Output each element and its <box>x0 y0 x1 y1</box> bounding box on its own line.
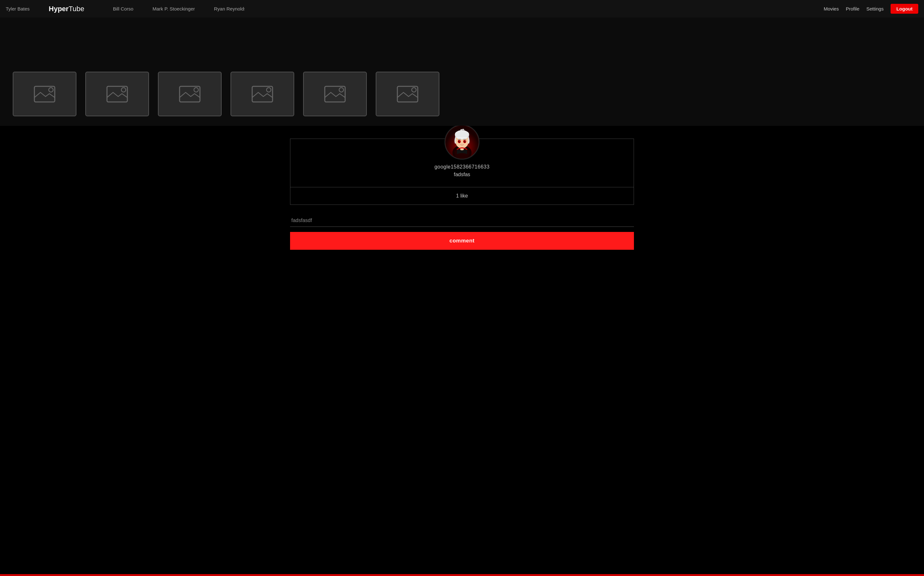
thumbnail-card-5[interactable] <box>303 72 367 116</box>
thumbnail-strip <box>0 72 924 116</box>
image-placeholder-icon-6 <box>396 85 419 103</box>
image-placeholder-icon-1 <box>34 85 56 103</box>
svg-rect-4 <box>180 86 200 102</box>
thumbnail-card-1[interactable] <box>13 72 77 116</box>
logout-button[interactable]: Logout <box>890 4 918 14</box>
svg-rect-2 <box>107 86 128 102</box>
navbar-left: Tyler Bates HyperTube Bill Corso Mark P.… <box>6 5 244 13</box>
nav-logo[interactable]: HyperTube <box>49 5 85 13</box>
thumbnail-card-4[interactable] <box>230 72 294 116</box>
profile-card-footer: 1 like <box>290 187 634 205</box>
svg-rect-0 <box>34 86 55 102</box>
nav-person-mark[interactable]: Mark P. Stoeckinger <box>153 6 195 11</box>
profile-card: google1582366716633 fadsfas 1 like <box>290 139 634 205</box>
nav-link-profile[interactable]: Profile <box>846 6 859 11</box>
thumbnail-card-6[interactable] <box>376 72 439 116</box>
profile-username: google1582366716633 <box>434 164 489 170</box>
comment-section: comment <box>290 214 634 250</box>
image-placeholder-icon-4 <box>251 85 273 103</box>
nav-logo-hyper: Hyper <box>49 5 69 13</box>
image-placeholder-icon-5 <box>324 85 346 103</box>
profile-likes: 1 like <box>456 193 468 198</box>
scrolling-names: Tyler Bates HyperTube Bill Corso Mark P.… <box>6 5 244 13</box>
svg-point-1 <box>49 88 53 92</box>
nav-person-ryan[interactable]: Ryan Reynolds <box>214 6 244 11</box>
svg-point-22 <box>465 141 466 141</box>
comment-input[interactable] <box>290 214 634 227</box>
footer-bar <box>0 574 924 576</box>
navbar: Tyler Bates HyperTube Bill Corso Mark P.… <box>0 0 924 18</box>
svg-point-7 <box>267 88 271 92</box>
image-placeholder-icon-2 <box>106 85 128 103</box>
nav-link-movies[interactable]: Movies <box>824 6 839 11</box>
profile-display-name: fadsfas <box>454 172 470 178</box>
nav-logo-tube: Tube <box>69 5 84 13</box>
navbar-right: Movies Profile Settings Logout <box>824 4 918 14</box>
svg-point-21 <box>460 141 460 141</box>
main-content: google1582366716633 fadsfas 1 like comme… <box>0 126 924 269</box>
svg-rect-6 <box>252 86 273 102</box>
hero-section <box>0 18 924 126</box>
comment-button[interactable]: comment <box>290 232 634 250</box>
svg-point-9 <box>339 88 343 92</box>
thumbnail-card-3[interactable] <box>158 72 222 116</box>
profile-card-top: google1582366716633 fadsfas <box>290 139 634 187</box>
svg-rect-10 <box>397 86 418 102</box>
svg-point-5 <box>194 88 198 92</box>
nav-person-bill-corso[interactable]: Bill Corso <box>113 6 133 11</box>
svg-rect-8 <box>325 86 345 102</box>
svg-point-11 <box>412 88 416 92</box>
avatar-wrapper <box>445 125 479 160</box>
nav-link-settings[interactable]: Settings <box>867 6 884 11</box>
thumbnail-card-2[interactable] <box>85 72 149 116</box>
avatar <box>445 125 479 160</box>
nav-person-tyler-bates[interactable]: Tyler Bates <box>6 6 30 11</box>
svg-point-3 <box>121 88 126 92</box>
image-placeholder-icon-3 <box>179 85 201 103</box>
avatar-image <box>445 125 479 160</box>
